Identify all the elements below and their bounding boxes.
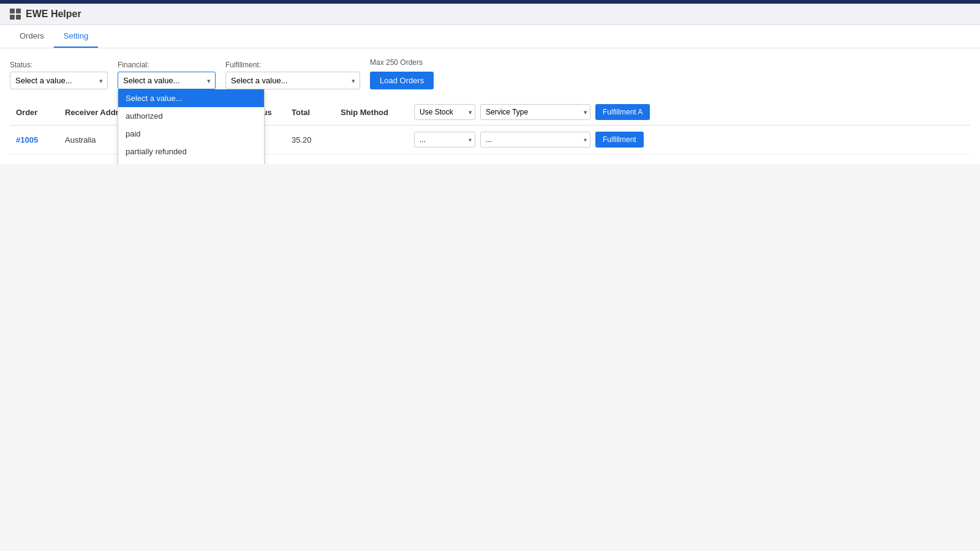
- fulfillment-filter-group: Fulfillment: Select a value...: [225, 61, 360, 89]
- fulfillment-select-wrapper: Select a value...: [225, 72, 360, 89]
- header-action-controls: Use Stock Service Type Fulfillment A: [414, 104, 964, 120]
- status-select-wrapper: Select a value...: [10, 72, 108, 89]
- max-orders-group: Max 250 Orders Load Orders: [370, 58, 434, 89]
- fulfillment-label: Fulfillment:: [225, 61, 360, 69]
- filter-row: Status: Select a value... Financial: Sel…: [10, 58, 970, 89]
- logo-icon: [10, 9, 21, 20]
- tab-setting[interactable]: Setting: [54, 25, 98, 48]
- service-type-wrapper: Service Type: [480, 104, 590, 120]
- dropdown-item-authorized[interactable]: authorized: [118, 107, 264, 125]
- status-select[interactable]: Select a value...: [10, 72, 108, 89]
- app-logo: EWE Helper: [10, 9, 81, 20]
- app-header: EWE Helper: [0, 4, 980, 25]
- financial-filter-group: Financial: Select a value... Select a va…: [118, 61, 216, 89]
- row-stock-wrapper: ...: [414, 132, 475, 148]
- main-content: Status: Select a value... Financial: Sel…: [0, 48, 980, 164]
- tab-orders[interactable]: Orders: [10, 25, 54, 48]
- row-service-type-wrapper: ...: [480, 132, 590, 148]
- row-action-controls: ... ... Fulfillment: [414, 132, 964, 148]
- service-type-select[interactable]: Service Type: [480, 104, 590, 120]
- load-orders-button[interactable]: Load Orders: [370, 72, 434, 89]
- row-service-type-select[interactable]: ...: [480, 132, 590, 148]
- use-stock-select[interactable]: Use Stock: [414, 104, 475, 120]
- status-label: Status:: [10, 61, 108, 69]
- col-header-ship-method: Ship Method: [334, 99, 408, 126]
- dropdown-item-partially-refunded[interactable]: partially refunded: [118, 143, 264, 160]
- dropdown-item-paid[interactable]: paid: [118, 125, 264, 143]
- cell-total: 35.20: [285, 126, 334, 154]
- fulfillment-select[interactable]: Select a value...: [225, 72, 360, 89]
- max-orders-label: Max 250 Orders: [370, 58, 434, 67]
- financial-select[interactable]: Select a value...: [118, 72, 216, 89]
- col-header-order: Order: [10, 99, 59, 126]
- app-title: EWE Helper: [26, 9, 81, 20]
- col-header-total: Total: [285, 99, 334, 126]
- use-stock-wrapper: Use Stock: [414, 104, 475, 120]
- order-link[interactable]: #1005: [16, 135, 38, 144]
- cell-order: #1005: [10, 126, 59, 154]
- financial-dropdown-menu: Select a value... authorized paid partia…: [118, 89, 265, 164]
- tabs-bar: Orders Setting: [0, 25, 980, 48]
- financial-label: Financial:: [118, 61, 216, 69]
- col-header-actions: Use Stock Service Type Fulfillment A: [408, 99, 970, 126]
- row-fulfillment-button[interactable]: Fulfillment: [595, 132, 644, 148]
- status-filter-group: Status: Select a value...: [10, 61, 108, 89]
- row-stock-select[interactable]: ...: [414, 132, 475, 148]
- dropdown-item-select[interactable]: Select a value...: [118, 89, 264, 107]
- dropdown-item-partially-paid[interactable]: partially paid: [118, 160, 264, 164]
- cell-ship-method: [334, 126, 408, 154]
- financial-select-wrapper: Select a value...: [118, 72, 216, 89]
- fulfillment-action-button[interactable]: Fulfillment A: [595, 104, 650, 120]
- cell-actions: ... ... Fulfillment: [408, 126, 970, 154]
